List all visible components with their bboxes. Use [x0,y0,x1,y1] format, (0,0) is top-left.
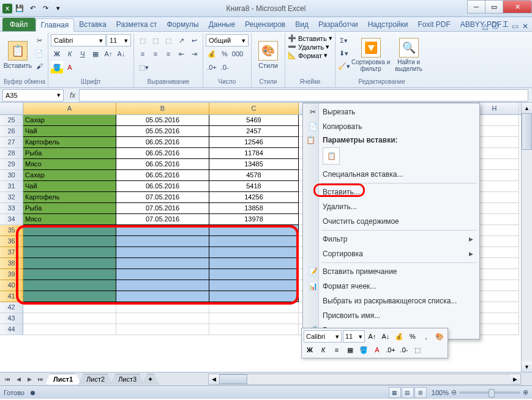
cell[interactable]: 07.05.2016 [116,214,209,225]
mini-dec-decimal-icon[interactable]: .0- [398,344,410,356]
sheet-last-icon[interactable]: ⏭ [36,374,45,384]
doc-restore-icon[interactable]: ▭ [512,22,519,31]
cell[interactable]: Рыба [23,148,116,159]
font-color-button[interactable]: A [64,61,76,73]
menu-define-name[interactable]: Присвоить имя... [304,308,478,323]
vertical-scrollbar[interactable]: ▲ ▼ [521,103,532,372]
cell[interactable]: Чай [23,126,116,137]
scroll-up-icon[interactable]: ▲ [522,103,532,113]
mini-size-combo[interactable]: 11▾ [343,330,365,343]
scroll-right-icon[interactable]: ▶ [510,374,520,384]
cell[interactable] [23,225,116,236]
cell[interactable] [23,302,116,313]
decrease-decimal-icon[interactable]: .0- [219,61,231,73]
formula-input[interactable] [79,89,528,102]
scroll-left-icon[interactable]: ◀ [209,374,219,384]
cell[interactable]: 13485 [209,159,299,170]
sheet-first-icon[interactable]: ⏮ [2,374,12,384]
sheet-tab-1[interactable]: Лист1 [45,374,81,385]
qat-more-icon[interactable]: ▾ [53,3,64,14]
sheet-next-icon[interactable]: ▶ [24,374,34,384]
increase-indent-icon[interactable]: ⇥ [188,48,200,60]
mini-bold-icon[interactable]: Ж [304,344,316,356]
bold-button[interactable]: Ж [51,48,63,60]
cell[interactable]: Чай [23,181,116,192]
mini-format-icon[interactable]: 🎨 [433,330,446,343]
row-header[interactable]: 41 [0,291,23,302]
cell[interactable] [209,291,299,302]
cell[interactable] [23,247,116,258]
cell[interactable]: Картофель [23,137,116,148]
menu-copy[interactable]: 📄Копировать [304,119,478,134]
menu-format-cells[interactable]: 📊Формат ячеек... [304,279,478,294]
row-header[interactable]: 35 [0,225,23,236]
font-name-combo[interactable]: Calibri▾ [51,34,106,46]
tab-developer[interactable]: Разработчи [313,18,363,31]
mini-percent-icon[interactable]: % [406,330,419,343]
font-size-combo[interactable]: 11▾ [107,34,131,46]
merge-button[interactable]: ⬚▾ [137,61,151,73]
cell[interactable] [23,291,116,302]
view-break-icon[interactable]: ⊞ [414,387,427,398]
tab-data[interactable]: Данные [204,18,240,31]
cell[interactable] [209,313,299,324]
undo-icon[interactable]: ↶ [27,3,38,14]
tab-insert[interactable]: Вставка [74,18,111,31]
tab-addins[interactable]: Надстройки [363,18,413,31]
horizontal-scrollbar[interactable]: ◀ ▶ [208,374,521,385]
italic-button[interactable]: К [64,48,76,60]
close-button[interactable]: ✕ [503,0,532,13]
tab-formulas[interactable]: Формулы [162,18,204,31]
styles-button[interactable]: 🎨 Стили [254,34,282,76]
select-all-corner[interactable] [0,103,23,114]
hscroll-thumb[interactable] [219,374,247,384]
sheet-tab-3[interactable]: Лист3 [110,374,144,385]
cell[interactable]: Сахар [23,115,116,126]
row-header[interactable]: 39 [0,269,23,280]
file-tab[interactable]: Файл [2,18,36,31]
cell[interactable] [116,247,209,258]
decrease-indent-icon[interactable]: ⇤ [175,48,187,60]
tab-home[interactable]: Главная [36,18,75,32]
cell[interactable]: 07.05.2016 [116,192,209,203]
cell[interactable] [116,236,209,247]
cells-format-button[interactable]: 📐Формат▾ [288,51,328,59]
row-header[interactable]: 34 [0,214,23,225]
border-button[interactable]: ▦ [89,48,102,60]
cell[interactable]: 4578 [209,170,299,181]
menu-sort[interactable]: Сортировка▶ [304,246,478,261]
menu-paste-special[interactable]: Специальная вставка... [304,167,478,182]
paste-button[interactable]: 📋 Вставить [4,34,32,76]
align-top-icon[interactable]: ⬚ [137,34,149,46]
mini-inc-decimal-icon[interactable]: .0+ [384,344,397,356]
name-box[interactable]: A35▾ [2,89,64,102]
mini-merge-icon[interactable]: ⬚ [411,344,424,356]
menu-clear[interactable]: Очистить содержимое [304,214,478,229]
cell[interactable] [23,236,116,247]
mini-font-color-icon[interactable]: A [371,344,383,356]
increase-decimal-icon[interactable]: .0+ [206,61,218,73]
underline-button[interactable]: Ч [77,48,89,60]
percent-icon[interactable]: % [219,48,231,60]
fx-icon[interactable]: fx [66,91,79,100]
cell[interactable] [116,313,209,324]
paste-option-default[interactable]: 📋 [323,147,340,165]
cell[interactable] [116,291,209,302]
align-center-icon[interactable]: ≡ [149,48,162,60]
orientation-icon[interactable]: ↗ [175,34,187,46]
doc-close-icon[interactable]: ✕ [522,22,528,31]
cell[interactable] [23,280,116,291]
cell[interactable]: 07.05.2016 [116,203,209,214]
fill-color-button[interactable]: 🪣 [51,61,63,73]
cell[interactable] [116,225,209,236]
cell[interactable] [23,324,116,335]
cell[interactable]: Рыба [23,203,116,214]
cell[interactable]: Мясо [23,214,116,225]
doc-minimize-icon[interactable]: ─ [503,22,508,31]
maximize-button[interactable]: ▭ [485,0,503,13]
cell[interactable]: 05.05.2016 [116,115,209,126]
macro-record-icon[interactable]: ⏺ [29,389,36,396]
clear-icon[interactable]: 🧹▾ [338,60,350,72]
number-format-combo[interactable]: Общий▾ [206,34,249,46]
minimize-button[interactable]: ─ [467,0,485,13]
